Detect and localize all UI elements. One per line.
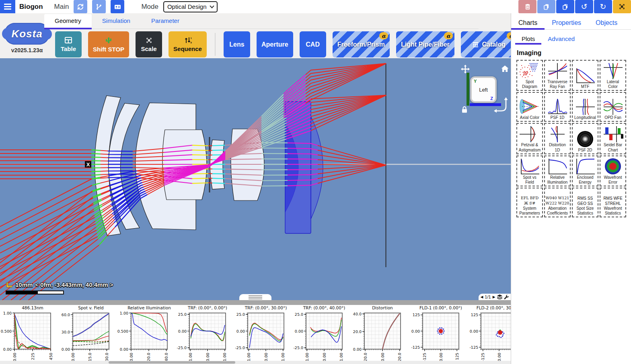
lens-layout-canvas[interactable]: X Y Left Z 10mm < 0fm, -3.443mm, 40.4mm … <box>0 58 511 300</box>
chart-tile-spotvs-field[interactable]: Spot vsField <box>516 155 543 186</box>
mini-plot-7[interactable]: Distortion40.020.00.00-20.00.0020.0 <box>350 305 408 361</box>
light-pipe-fiber-button[interactable]: Light Pipe/Fiber α <box>396 31 454 57</box>
subtab-advanced[interactable]: Advanced <box>541 32 581 45</box>
horizontal-scrollbar[interactable] <box>0 361 511 364</box>
chart-tile-lateral-color[interactable]: LateralColor <box>600 60 626 91</box>
distortion-1d-icon <box>547 125 569 143</box>
chart-tile-opdfan[interactable]: OPD Fan <box>600 92 626 122</box>
chart-tile-psf1d[interactable]: PSF 1D <box>544 92 571 122</box>
redo-button[interactable]: ↻ <box>594 0 612 13</box>
mode-label: Mode <box>141 3 158 11</box>
delete-button[interactable] <box>518 0 536 13</box>
panel-drag-handle[interactable] <box>239 294 271 300</box>
sync-button[interactable] <box>74 0 87 13</box>
menu-main[interactable]: Main <box>54 3 69 11</box>
rotate-view-icon[interactable] <box>491 96 509 115</box>
lens-button[interactable]: Lens <box>224 31 250 57</box>
tab-parameter[interactable]: Parameter <box>141 14 190 29</box>
top-bar-actions: ↺ ↻ <box>518 0 631 13</box>
tile-label: MTF <box>581 84 590 89</box>
catalog-button[interactable]: Catalog α <box>461 31 517 57</box>
fit-view-button[interactable] <box>613 0 631 13</box>
menu-icon[interactable] <box>0 0 15 13</box>
freeform-prism-button[interactable]: Freeform/Prism α <box>333 31 390 57</box>
sync-icon <box>77 3 84 10</box>
chart-tile-seidelbar-chart[interactable]: Seidel BarChart <box>600 123 626 154</box>
svg-text:0.00: 0.00 <box>62 347 70 352</box>
copy-button[interactable] <box>537 0 555 13</box>
tab-simulation[interactable]: Simulation <box>92 14 141 29</box>
svg-text:40.0: 40.0 <box>353 312 362 316</box>
tile-text-icon: RMS SSGEO SS <box>578 196 593 206</box>
mini-plot-9[interactable]: FLD-2 (0.00°, 30.00°)1250.00-125-1250.00… <box>467 305 511 361</box>
svg-text:-125: -125 <box>481 353 485 361</box>
tile-label: AberrationCoefficients <box>547 206 568 216</box>
sequence-button[interactable]: 19 Sequence <box>169 31 207 57</box>
svg-text:-1.00: -1.00 <box>247 353 251 361</box>
home-icon[interactable] <box>501 65 509 73</box>
mini-plot-6[interactable]: TRF: (0.00°, 40.00°)25.00.00-25.0-1.000.… <box>292 305 350 361</box>
mini-plot-4[interactable]: TRF: (0.00°, 0.00°)25.00.00-25.0-1.000.0… <box>175 305 233 361</box>
svg-text:0.00: 0.00 <box>353 347 362 352</box>
svg-text:-125: -125 <box>469 345 478 350</box>
chart-tile-psf2d[interactable]: PSF 2D <box>572 123 598 154</box>
chart-tile-aberration-coefficients[interactable]: W040 W121W222 W220AberrationCoefficients <box>544 188 571 217</box>
subtab-plots[interactable]: Plots <box>515 32 541 45</box>
svg-text:-1.00: -1.00 <box>305 353 309 361</box>
chart-tile-longitudinal[interactable]: Longitudinal <box>572 92 598 122</box>
mini-plot-strip: 486.13nm1.000.5000.000.00225450Spot v. F… <box>0 305 511 361</box>
svg-text:1.00: 1.00 <box>222 353 227 361</box>
prev-page-button[interactable]: ◀ <box>480 295 483 299</box>
layers-icon[interactable] <box>497 294 502 299</box>
lock-icon[interactable] <box>461 106 468 114</box>
mini-plot-1[interactable]: 486.13nm1.000.5000.000.00225450 <box>0 305 58 361</box>
scrollbar-thumb[interactable] <box>109 361 235 364</box>
undo-button[interactable]: ↺ <box>575 0 593 13</box>
next-page-button[interactable]: ▶ <box>493 295 495 299</box>
table-button[interactable]: Table <box>55 31 82 57</box>
svg-text:0.00: 0.00 <box>497 353 502 361</box>
mode-select[interactable]: Optical Design <box>163 1 218 12</box>
tile-label: RelativeIllumination <box>547 175 568 185</box>
chart-tile-distortion-1d[interactable]: Distortion1D <box>544 123 571 154</box>
svg-text:-25.0: -25.0 <box>293 346 303 350</box>
chart-tile-mtf[interactable]: MTF <box>572 60 598 91</box>
tab-charts[interactable]: Charts <box>511 16 545 29</box>
pan-icon[interactable] <box>461 65 470 74</box>
scale-bar <box>6 290 64 294</box>
aperture-button[interactable]: Aperture <box>257 31 293 57</box>
tab-geometry[interactable]: Geometry <box>44 14 92 29</box>
svg-text:TRF: (0.00°, 30.00°): TRF: (0.00°, 30.00°) <box>245 305 287 310</box>
axial-color-icon <box>519 98 541 115</box>
contact-card-button[interactable] <box>111 0 124 13</box>
canvas-splitter[interactable] <box>0 300 511 305</box>
wrench-icon[interactable] <box>504 294 509 300</box>
sort-sequence-icon: 19 <box>184 37 192 44</box>
scale-arrows-icon <box>146 37 152 44</box>
svg-text:Spot v. Field: Spot v. Field <box>78 305 104 310</box>
chart-tile-axialcolor[interactable]: Axial Color <box>516 92 543 122</box>
chart-tile-system-parameters[interactable]: EFL BFDЖ f/#SystemParameters <box>516 188 543 217</box>
paste-button[interactable] <box>556 0 574 13</box>
chart-tile-enclosed-energy[interactable]: EnclosedEnergy <box>572 155 598 186</box>
tab-properties[interactable]: Properties <box>545 16 588 29</box>
scale-button[interactable]: Scale <box>136 31 162 57</box>
psf-1d-icon <box>547 98 569 115</box>
chart-tile-wavefront-error[interactable]: WavefrontError <box>600 155 626 186</box>
mini-plot-8[interactable]: FLD-1 (0.00°, 0.00°)1250.00-125-1250.001… <box>408 305 467 361</box>
chart-tile-petzval-astigmatism[interactable]: Petzval &Astigmatism <box>516 123 543 154</box>
chart-tile-spot-diagram[interactable]: SpotDiagram <box>516 60 543 91</box>
mini-plot-2[interactable]: Spot v. Field60.030.00.000.0015.030.0 <box>58 305 117 361</box>
surface-marker[interactable]: X <box>85 161 91 168</box>
chart-tile-wavefront-statistics[interactable]: RMS WFESTREHLWavefrontStatistics <box>600 188 626 217</box>
mini-plot-5[interactable]: TRF: (0.00°, 30.00°)25.00.00-25.0-1.000.… <box>233 305 292 361</box>
branch-button[interactable] <box>92 0 106 13</box>
cad-button[interactable]: CAD <box>300 31 326 57</box>
chart-tile-relative-illumination[interactable]: RelativeIllumination <box>544 155 571 186</box>
tab-objects[interactable]: Objects <box>588 16 625 29</box>
shift-stop-button[interactable]: Shift STOP <box>88 31 129 57</box>
mini-plot-3[interactable]: Relative Illumination1.000.5000.000.0020… <box>117 305 175 361</box>
chart-tile-transverse-rayfan[interactable]: TransverseRay Fan <box>544 60 571 91</box>
tile-label: Axial Color <box>520 115 539 120</box>
chart-tile-spotsize-statistics[interactable]: RMS SSGEO SSSpot SizeStatistics <box>572 188 598 217</box>
